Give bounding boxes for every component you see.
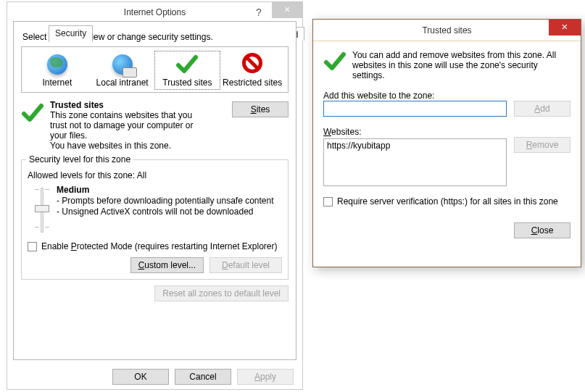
default-level-button[interactable]: Default level [209, 257, 282, 273]
protected-mode-label: Enable Protected Mode (requires restarti… [41, 241, 278, 251]
add-website-label: Add this website to the zone: [323, 91, 571, 101]
globe-icon [46, 53, 69, 76]
checkmark-icon [175, 53, 199, 76]
level-name: Medium [57, 185, 274, 196]
internet-options-title: Internet Options [124, 7, 186, 17]
zone-intranet[interactable]: Local intranet [90, 51, 155, 89]
allowed-levels: Allowed levels for this zone: All [28, 170, 282, 180]
zone-internet-label: Internet [25, 78, 90, 88]
security-panel: Select a zone to view or change security… [13, 21, 296, 360]
protected-mode-checkbox[interactable] [28, 242, 37, 251]
list-item[interactable]: https://kyubitapp [327, 141, 503, 151]
zone-trusted[interactable]: Trusted sites [155, 51, 220, 89]
level-bullet: - Prompts before downloading potentially… [57, 196, 274, 207]
close-dialog-button[interactable]: Close [514, 222, 571, 238]
protected-mode-row[interactable]: Enable Protected Mode (requires restarti… [28, 241, 282, 251]
zone-detail: Trusted sites This zone contains website… [21, 100, 289, 151]
ok-button[interactable]: OK [112, 369, 169, 385]
zone-detail-heading: Trusted sites [50, 100, 223, 110]
security-level-group: Security level for this zone Allowed lev… [21, 159, 289, 280]
slider-thumb[interactable] [35, 205, 49, 212]
zone-list: Internet Local intranet Trusted sites Re… [21, 46, 289, 93]
require-https-label: Require server verification (https:) for… [337, 196, 558, 207]
reset-zones-button[interactable]: Reset all zones to default level [154, 285, 289, 301]
internet-options-titlebar[interactable]: Internet Options ? × [7, 2, 302, 22]
trusted-sites-titlebar[interactable]: Trusted sites × [313, 20, 581, 41]
tab-security[interactable]: Security [49, 25, 93, 42]
level-bullet: - Unsigned ActiveX controls will not be … [57, 207, 274, 217]
zone-restricted-label: Restricted sites [220, 78, 285, 88]
websites-label: Websites: [323, 127, 571, 137]
checkmark-icon [21, 100, 50, 151]
restricted-icon [241, 53, 264, 76]
websites-listbox[interactable]: https://kyubitapp [323, 138, 507, 186]
zone-detail-line: trust not to damage your computer or [50, 120, 223, 130]
cancel-button[interactable]: Cancel [175, 369, 231, 385]
sites-button[interactable]: Sites [232, 101, 289, 117]
close-button[interactable]: × [272, 2, 302, 18]
zone-internet[interactable]: Internet [25, 51, 90, 89]
require-https-checkbox[interactable] [323, 197, 333, 207]
trusted-sites-dialog: Trusted sites × You can add and remove w… [312, 19, 581, 267]
security-slider[interactable] [28, 185, 57, 235]
trusted-sites-title: Trusted sites [422, 25, 471, 36]
add-button[interactable]: Add [514, 101, 571, 117]
close-button[interactable]: × [549, 20, 581, 36]
zone-trusted-label: Trusted sites [155, 78, 220, 88]
zone-detail-line: This zone contains websites that you [50, 110, 223, 120]
intranet-icon [111, 53, 134, 76]
security-level-title: Security level for this zone [26, 154, 133, 164]
apply-button[interactable]: Apply [237, 369, 294, 385]
checkmark-icon [323, 50, 352, 80]
internet-options-dialog: Internet Options ? × General Security Pr… [7, 1, 303, 390]
zone-intranet-label: Local intranet [90, 78, 155, 88]
custom-level-button[interactable]: Custom level... [130, 257, 204, 273]
add-website-input[interactable] [323, 101, 507, 117]
trusted-sites-intro: You can add and remove websites from thi… [352, 50, 571, 80]
zone-detail-line: your files. [50, 130, 223, 141]
require-https-row[interactable]: Require server verification (https:) for… [323, 196, 571, 207]
help-button[interactable]: ? [248, 2, 270, 22]
zone-restricted[interactable]: Restricted sites [220, 51, 285, 89]
dialog-footer: OK Cancel Apply [7, 369, 302, 385]
remove-button[interactable]: Remove [514, 137, 571, 153]
zone-detail-line: You have websites in this zone. [50, 141, 223, 151]
